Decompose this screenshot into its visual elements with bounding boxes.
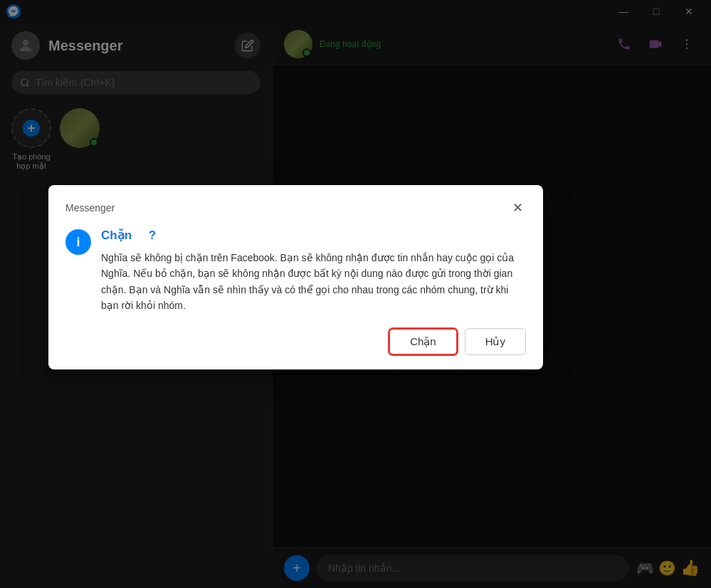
block-confirm-button[interactable]: Chặn	[389, 328, 458, 355]
dialog-question-mark: ?	[149, 229, 156, 242]
dialog-body: i Chặn ? Nghĩa sẽ không bị chặn trên Fac…	[65, 228, 526, 314]
dialog-content: Chặn ? Nghĩa sẽ không bị chặn trên Faceb…	[101, 228, 526, 314]
dialog-heading: Chặn ?	[101, 228, 526, 243]
dialog-overlay: Messenger ✕ i Chặn ? Nghĩa sẽ không bị c…	[0, 0, 711, 588]
block-dialog: Messenger ✕ i Chặn ? Nghĩa sẽ không bị c…	[48, 185, 543, 369]
dialog-title-bar: Messenger ✕	[65, 199, 526, 216]
dialog-body-text: Nghĩa sẽ không bị chặn trên Facebook. Bạ…	[101, 250, 526, 314]
dialog-heading-text: Chặn	[101, 229, 132, 242]
dialog-title: Messenger	[65, 202, 115, 214]
info-icon: i	[65, 229, 91, 255]
cancel-button[interactable]: Hủy	[465, 328, 526, 355]
dialog-close-button[interactable]: ✕	[509, 199, 526, 216]
dialog-actions: Chặn Hủy	[65, 328, 526, 355]
